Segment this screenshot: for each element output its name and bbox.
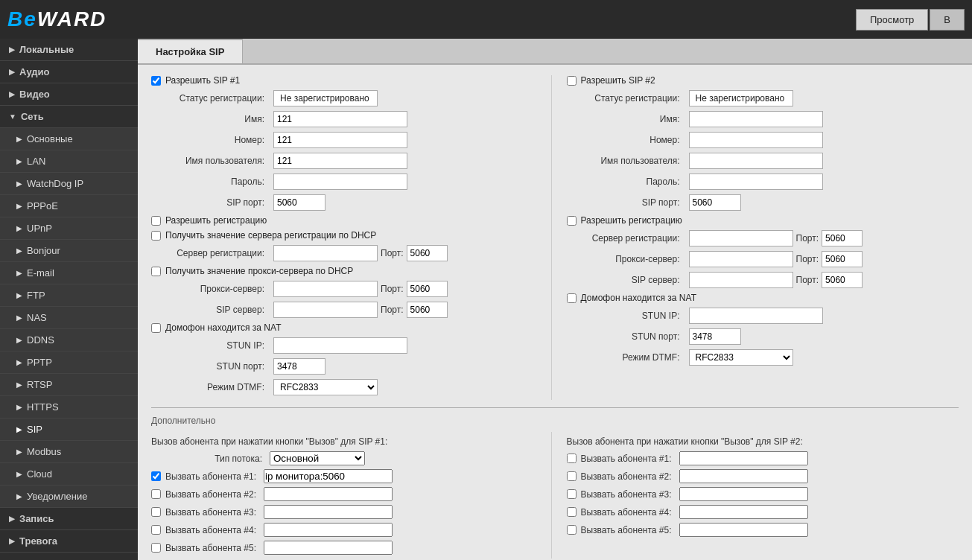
sidebar-item-audio[interactable]: ▶ Аудио xyxy=(0,61,138,83)
sidebar-item-nas[interactable]: ▶ NAS xyxy=(0,307,138,329)
sip1-subscribers-col: Вызов абонента при нажатии кнопки "Вызов… xyxy=(151,432,552,559)
sip1-reg-port-input[interactable] xyxy=(407,245,448,261)
sidebar-item-ddns[interactable]: ▶ DDNS xyxy=(0,329,138,351)
sip2-stun-port-input[interactable] xyxy=(689,328,741,345)
sip1-allow-reg-checkbox[interactable] xyxy=(151,216,161,226)
view-button[interactable]: Просмотр xyxy=(856,9,928,31)
sip2-sub5-input[interactable] xyxy=(679,523,808,537)
sip1-user-row: Имя пользователя: xyxy=(151,153,544,169)
sip1-reg-server-input[interactable] xyxy=(273,245,378,261)
sidebar-item-network[interactable]: ▼ Сеть xyxy=(0,106,138,128)
sidebar-item-alarm[interactable]: ▶ Тревога xyxy=(0,530,138,553)
sip2-subscribers-col: Вызов абонента при нажатии кнопки "Вызов… xyxy=(552,432,959,559)
sip2-column: Разрешить SIP #2 Статус регистрации: Не … xyxy=(552,75,959,400)
sip2-user-label: Имя пользователя: xyxy=(567,156,686,166)
sidebar-item-record[interactable]: ▶ Запись xyxy=(0,508,138,530)
sip2-sip-server-input[interactable] xyxy=(689,272,793,288)
sip2-name-input[interactable] xyxy=(689,111,823,127)
sip1-sub2-input[interactable] xyxy=(264,487,393,501)
sidebar-item-cloud[interactable]: ▶ Cloud xyxy=(0,463,138,486)
sip2-sip-port-input[interactable] xyxy=(822,272,863,288)
sidebar-item-watchdog[interactable]: ▶ WatchDog IP xyxy=(0,173,138,195)
sidebar-item-sip[interactable]: ▶ SIP xyxy=(0,419,138,441)
sip1-stun-port-input[interactable] xyxy=(273,358,325,375)
sip1-nat-checkbox[interactable] xyxy=(151,323,161,333)
sip2-reg-server-label: Сервер регистрации: xyxy=(567,233,686,244)
sip1-sub2-checkbox[interactable] xyxy=(151,489,161,499)
sip1-sub4-checkbox[interactable] xyxy=(151,525,161,535)
sidebar-item-https[interactable]: ▶ HTTPS xyxy=(0,396,138,419)
sidebar-item-basic[interactable]: ▶ Основные xyxy=(0,128,138,150)
sidebar-item-email[interactable]: ▶ E-mail xyxy=(0,262,138,284)
sip2-proxy-input[interactable] xyxy=(689,251,793,267)
sip1-dhcp-reg-checkbox[interactable] xyxy=(151,231,161,241)
sip2-sub2-checkbox[interactable] xyxy=(567,471,576,481)
sip2-allow-reg-checkbox[interactable] xyxy=(567,216,576,226)
sip2-sub2-input[interactable] xyxy=(679,469,808,483)
sidebar-item-pppoe[interactable]: ▶ PPPoE xyxy=(0,195,138,217)
sip2-stun-ip-input[interactable] xyxy=(689,308,823,324)
sip1-number-label: Номер: xyxy=(151,135,270,145)
sip1-proxy-input[interactable] xyxy=(273,281,378,297)
sip1-user-input[interactable] xyxy=(273,153,407,169)
sip2-nat-checkbox[interactable] xyxy=(567,293,576,303)
sip2-sub3-checkbox[interactable] xyxy=(567,489,576,499)
arrow-icon: ▶ xyxy=(16,336,22,344)
sip1-nat-label: Домофон находится за NAT xyxy=(165,322,281,333)
sip1-number-input[interactable] xyxy=(273,132,407,148)
sip1-sub4-input[interactable] xyxy=(264,523,393,537)
sip2-reg-server-input[interactable] xyxy=(689,230,793,246)
sip2-reg-port-input[interactable] xyxy=(822,230,863,246)
stream-type-select[interactable]: Основной Дополнительный xyxy=(270,451,365,465)
sip1-nat-row: Домофон находится за NAT xyxy=(151,322,544,333)
sidebar-item-video[interactable]: ▶ Видео xyxy=(0,83,138,106)
sidebar-item-ftp[interactable]: ▶ FTP xyxy=(0,284,138,307)
sip1-sub5-input[interactable] xyxy=(264,541,393,555)
sidebar-item-upnp[interactable]: ▶ UPnP xyxy=(0,217,138,240)
sip2-sub1-input[interactable] xyxy=(679,451,808,465)
sip2-port-input[interactable] xyxy=(689,194,741,211)
sip2-sub1-checkbox[interactable] xyxy=(567,454,576,463)
sip2-sub5-checkbox[interactable] xyxy=(567,525,576,535)
sip1-enable-checkbox[interactable] xyxy=(151,76,161,86)
tab-sip[interactable]: Настройка SIP xyxy=(138,39,243,63)
sip1-sub3-checkbox[interactable] xyxy=(151,507,161,517)
sip2-sub4-checkbox[interactable] xyxy=(567,507,576,517)
sip1-proxy-port-label: Порт: xyxy=(381,284,404,294)
sip1-status-value: Не зарегистрировано xyxy=(273,90,378,106)
sip2-sub4-input[interactable] xyxy=(679,505,808,519)
sip1-sub1-checkbox[interactable] xyxy=(151,471,161,481)
sip1-name-input[interactable] xyxy=(273,111,407,127)
sidebar-item-pptp[interactable]: ▶ PPTP xyxy=(0,351,138,374)
sip2-number-input[interactable] xyxy=(689,132,823,148)
sip2-sub3-input[interactable] xyxy=(679,487,808,501)
sip1-stun-ip-input[interactable] xyxy=(273,337,407,354)
sidebar-item-rtsp[interactable]: ▶ RTSP xyxy=(0,374,138,396)
sip1-password-input[interactable] xyxy=(273,174,407,190)
sip1-sub5-checkbox[interactable] xyxy=(151,543,161,553)
sip2-enable-checkbox[interactable] xyxy=(567,76,576,86)
sip1-dhcp-reg-row: Получить значение сервера регистрации по… xyxy=(151,230,544,241)
sip1-sub1-input[interactable] xyxy=(264,469,393,483)
sip2-user-input[interactable] xyxy=(689,153,823,169)
sip1-dhcp-proxy-checkbox[interactable] xyxy=(151,267,161,276)
settings-button[interactable]: В xyxy=(930,9,965,31)
sidebar-item-local[interactable]: ▶ Локальные xyxy=(0,39,138,61)
sip1-port-input[interactable] xyxy=(273,194,325,211)
sip1-proxy-port-input[interactable] xyxy=(407,281,448,297)
sip2-proxy-port-input[interactable] xyxy=(822,251,863,267)
sidebar-item-notify[interactable]: ▶ Уведомление xyxy=(0,486,138,508)
sip2-name-label: Имя: xyxy=(567,114,686,124)
sip1-proxy-label: Прокси-сервер: xyxy=(151,284,270,294)
sidebar-item-bonjour[interactable]: ▶ Bonjour xyxy=(0,240,138,262)
sip1-sub3-input[interactable] xyxy=(264,505,393,519)
sidebar-item-controller[interactable]: ▶ Контроллер xyxy=(0,553,138,560)
arrow-icon: ▶ xyxy=(16,425,22,433)
sip1-sip-port-input[interactable] xyxy=(407,302,448,318)
sip2-dtmf-select[interactable]: RFC2833 SIP INFO INBAND xyxy=(689,349,793,366)
sip2-password-input[interactable] xyxy=(689,174,823,190)
sidebar-item-modbus[interactable]: ▶ Modbus xyxy=(0,441,138,463)
sidebar-item-lan[interactable]: ▶ LAN xyxy=(0,150,138,173)
sip1-dtmf-select[interactable]: RFC2833 SIP INFO INBAND xyxy=(273,379,378,395)
sip1-sip-server-input[interactable] xyxy=(273,302,378,318)
